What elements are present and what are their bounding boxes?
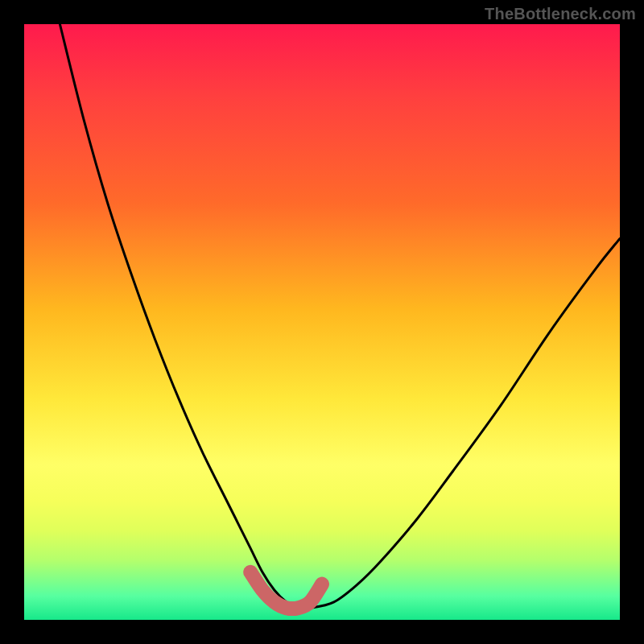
watermark-text: TheBottleneck.com <box>485 5 636 23</box>
bottleneck-curve <box>60 24 620 609</box>
curve-svg <box>24 24 620 620</box>
optimal-range-marker <box>250 572 322 609</box>
chart-frame: TheBottleneck.com <box>0 0 644 644</box>
plot-area <box>24 24 620 620</box>
